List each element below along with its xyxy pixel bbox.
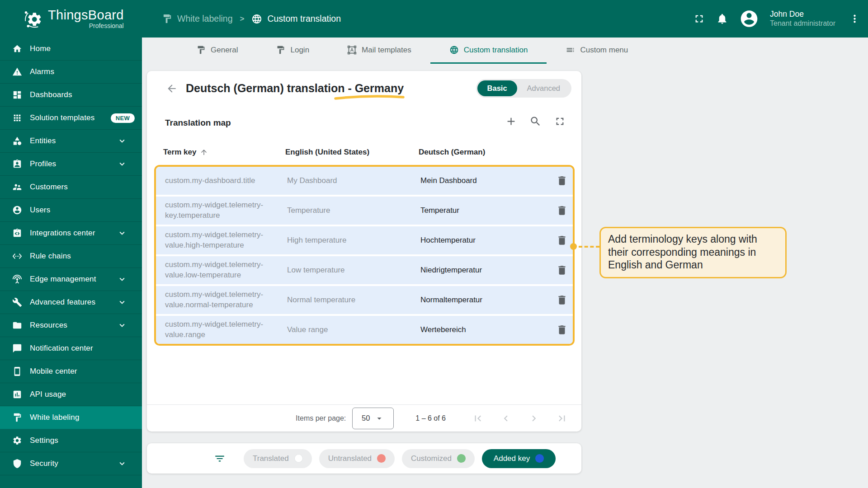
chip-customized[interactable]: Customized [402,449,475,468]
profiles-icon [12,159,22,169]
prev-page-icon[interactable] [500,413,512,424]
tab-bar: GeneralLoginMail templatesCustom transla… [142,38,868,64]
chevron-down-icon [117,274,127,284]
sidebar-item-api-usage[interactable]: API usage [0,383,142,406]
chip-added-key[interactable]: Added key [482,449,556,468]
table-row[interactable]: custom.my-dashboard.titleMy DashboardMei… [156,167,573,197]
term-key-cell: custom.my-widget.telemetry-value.range [165,319,287,340]
sidebar-item-edge-management[interactable]: Edge management [0,268,142,291]
chip-label: Customized [411,454,452,463]
column-term-key[interactable]: Term key [163,148,285,157]
filter-icon[interactable] [214,453,226,465]
delete-icon[interactable] [551,235,573,246]
sidebar-item-users[interactable]: Users [0,199,142,222]
delete-icon[interactable] [551,264,573,276]
first-page-icon[interactable] [472,413,484,424]
delete-icon[interactable] [551,294,573,306]
status-dot [535,454,544,463]
mail-templates-icon [347,45,357,55]
entities-icon [12,136,22,146]
table-row[interactable]: custom.my-widget.telemetry-value.normal-… [156,286,573,316]
page-title: Deutsch (German) translation - Germany [186,82,404,95]
german-cell: Hochtemperatur [420,236,540,245]
dashboards-icon [12,90,22,100]
chevron-down-icon [117,297,127,307]
sidebar-item-profiles[interactable]: Profiles [0,153,142,176]
sidebar-item-home[interactable]: Home [0,38,142,61]
delete-icon[interactable] [551,205,573,216]
sidebar-item-mobile-center[interactable]: Mobile center [0,360,142,383]
app-header: ThingsBoard Professional White labeling … [0,0,868,38]
german-cell: Wertebereich [420,325,540,334]
kebab-icon[interactable] [849,13,861,25]
chevron-down-icon [374,413,384,423]
sidebar-item-label: Rule chains [30,252,71,261]
fullscreen-icon[interactable] [693,13,705,25]
annotation-connector-dot [570,243,577,250]
column-english[interactable]: English (United States) [285,148,419,157]
items-per-page-select[interactable]: 50 [352,408,394,429]
bell-icon[interactable] [716,13,728,25]
table-row[interactable]: custom.my-widget.telemetry-value.rangeVa… [156,316,573,344]
delete-icon[interactable] [551,175,573,187]
avatar[interactable] [739,9,759,29]
table-row[interactable]: custom.my-widget.telemetry-value.high-te… [156,226,573,256]
sidebar-item-entities[interactable]: Entities [0,130,142,153]
tab-custom-translation[interactable]: Custom translation [430,38,547,64]
user-name: John Doe [770,9,838,19]
panel-title-row: Deutsch (German) translation - Germany [166,82,404,95]
table-title: Translation map [165,118,231,128]
tab-general[interactable]: General [177,38,257,64]
edge-management-icon [12,274,22,284]
resources-icon [12,320,22,330]
sidebar-item-white-labeling[interactable]: White labeling [0,406,142,429]
term-key-cell: custom.my-dashboard.title [165,176,287,186]
tab-label: Custom menu [580,46,628,55]
sidebar-item-security[interactable]: Security [0,452,142,475]
status-dot [377,454,386,463]
next-page-icon[interactable] [528,413,540,424]
english-cell: Temperature [287,206,420,216]
status-dot [294,454,303,463]
sidebar-item-resources[interactable]: Resources [0,314,142,337]
plus-icon[interactable] [505,115,517,127]
back-button[interactable] [166,83,178,94]
tab-label: Mail templates [362,46,411,55]
sidebar-item-settings[interactable]: Settings [0,429,142,452]
sidebar-item-customers[interactable]: Customers [0,176,142,199]
search-icon[interactable] [529,115,542,127]
toggle-basic[interactable]: Basic [477,80,517,96]
chip-untranslated[interactable]: Untranslated [319,449,395,468]
last-page-icon[interactable] [556,413,568,424]
toggle-advanced[interactable]: Advanced [517,80,570,96]
table-row[interactable]: custom.my-widget.telemetry-value.low-tem… [156,256,573,286]
tab-login[interactable]: Login [257,38,328,64]
sidebar-item-label: Edge management [30,275,96,284]
sidebar-item-notification-center[interactable]: Notification center [0,337,142,360]
thingsboard-logo[interactable]: ThingsBoard Professional [24,8,124,29]
sidebar-item-integrations-center[interactable]: Integrations center [0,222,142,245]
sidebar-item-alarms[interactable]: Alarms [0,61,142,84]
tab-custom-menu[interactable]: Custom menu [547,38,647,64]
tab-mail-templates[interactable]: Mail templates [328,38,430,64]
sidebar-item-dashboards[interactable]: Dashboards [0,84,142,107]
sidebar-item-label: Dashboards [30,90,72,99]
sidebar-item-label: Home [30,44,51,53]
english-cell: Value range [287,325,420,335]
table-header: Term key English (United States) Deutsch… [154,141,575,163]
column-german[interactable]: Deutsch (German) [419,148,538,157]
chevron-down-icon [117,228,127,238]
delete-icon[interactable] [551,324,573,336]
sidebar-item-rule-chains[interactable]: Rule chains [0,245,142,268]
sidebar-item-advanced-features[interactable]: Advanced features [0,291,142,314]
chip-translated[interactable]: Translated [244,449,312,468]
user-menu[interactable]: John Doe Tenant administrator [770,9,838,28]
fullscreen-icon[interactable] [554,115,566,127]
german-cell: Temperatur [420,206,540,215]
home-icon [12,44,22,54]
sidebar-item-label: Entities [30,136,56,145]
breadcrumb-custom-translation[interactable]: Custom translation [251,14,341,24]
breadcrumb-white-labeling[interactable]: White labeling [162,14,232,24]
table-row[interactable]: custom.my-widget.telemetry-key.temperatu… [156,197,573,226]
sidebar-item-solution-templates[interactable]: Solution templatesNEW [0,107,142,130]
